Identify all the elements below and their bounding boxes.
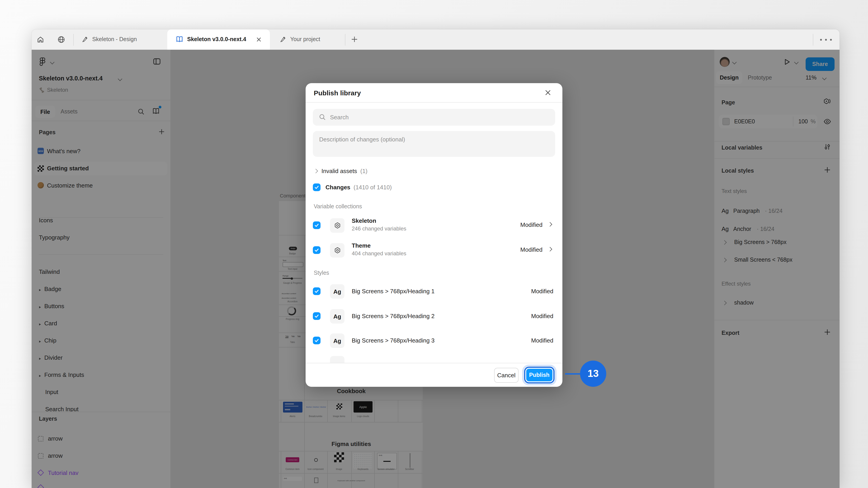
text-style-ag-icon: Ag (330, 309, 344, 324)
search-icon (319, 113, 326, 121)
editor-content: Skeleton v3.0.0-next.4 Skeleton File Ass… (32, 50, 839, 488)
style-row-heading3[interactable]: Ag Big Screens > 768px/Heading 3 Modifie… (313, 330, 555, 351)
collection-subtitle: 246 changed variables (352, 225, 406, 232)
style-name: Big Screens > 768px/Heading 2 (352, 313, 434, 320)
text-style-ag-icon: Ag (330, 333, 344, 348)
styles-header: Styles (314, 270, 329, 276)
tab-label: Skeleton v3.0.0-next.4 (187, 36, 246, 42)
changes-count: (1410 of 1410) (353, 184, 392, 191)
invalid-assets-count: (1) (360, 168, 368, 174)
chevron-right-icon (313, 169, 318, 173)
style-row-heading1[interactable]: Ag Big Screens > 768px/Heading 1 Modifie… (313, 281, 555, 302)
tab-skeleton-design[interactable]: Skeleton - Design (77, 29, 166, 50)
partial-style-row-icon (330, 356, 344, 363)
status-badge: Modified (531, 313, 553, 320)
annotation-connector-line (565, 373, 581, 375)
publish-button[interactable]: Publish (526, 369, 553, 381)
library-book-icon (176, 36, 184, 43)
cancel-label: Cancel (497, 372, 516, 379)
search-input[interactable] (329, 109, 551, 126)
style-name: Big Screens > 768px/Heading 3 (352, 337, 434, 344)
close-tab-icon[interactable] (256, 37, 262, 42)
checkbox-checked[interactable] (313, 312, 320, 320)
checkbox-checked[interactable] (313, 287, 320, 295)
new-tab-plus-icon[interactable] (351, 36, 358, 43)
chevron-right-icon[interactable] (548, 247, 552, 252)
tab-bar: Skeleton - Design Skeleton v3.0.0-next.4… (32, 29, 839, 50)
status-badge: Modified (520, 221, 542, 228)
app-window: Skeleton - Design Skeleton v3.0.0-next.4… (32, 29, 839, 488)
checkbox-checked[interactable] (313, 337, 320, 344)
divider (306, 102, 562, 103)
invalid-assets-toggle[interactable]: Invalid assets (1) (313, 167, 448, 175)
community-globe-icon[interactable] (57, 36, 65, 43)
publish-label: Publish (529, 372, 550, 378)
status-badge: Modified (531, 337, 553, 344)
chevron-right-icon[interactable] (548, 222, 552, 227)
draft-pen-icon (81, 36, 89, 43)
tab-separator (73, 34, 74, 46)
checkbox-checked[interactable] (313, 221, 320, 229)
collection-row-theme[interactable]: Theme 404 changed variables Modified (313, 240, 555, 261)
invalid-assets-label: Invalid assets (321, 168, 357, 174)
tab-separator (345, 34, 345, 46)
home-icon[interactable] (37, 36, 44, 43)
style-name: Big Screens > 768px/Heading 1 (352, 288, 434, 295)
draft-pen-icon (279, 36, 287, 43)
tab-your-project[interactable]: Your project (275, 29, 343, 50)
status-badge: Modified (531, 288, 553, 295)
annotation-step-badge: 13 (580, 361, 606, 387)
description-input[interactable] (313, 131, 555, 157)
checkbox-checked[interactable] (313, 184, 320, 191)
cancel-button[interactable]: Cancel (494, 368, 519, 383)
variable-collection-icon (330, 243, 344, 258)
collection-name: Theme (352, 242, 371, 249)
text-style-ag-icon: Ag (330, 284, 344, 299)
checkbox-checked[interactable] (313, 246, 320, 254)
tab-label: Your project (290, 36, 320, 42)
divider (306, 363, 562, 363)
variable-collections-header: Variable collections (314, 203, 362, 210)
search-field-wrap (313, 109, 555, 126)
changes-label: Changes (326, 184, 350, 191)
collection-subtitle: 404 changed variables (352, 250, 406, 257)
annotation-step-number: 13 (588, 368, 599, 380)
close-icon[interactable] (544, 89, 552, 96)
tab-separator (813, 34, 813, 46)
variable-collection-icon (330, 218, 344, 233)
changes-row[interactable]: Changes (1410 of 1410) (313, 183, 494, 192)
status-badge: Modified (520, 246, 542, 253)
style-row-heading2[interactable]: Ag Big Screens > 768px/Heading 2 Modifie… (313, 306, 555, 327)
collection-name: Skeleton (352, 217, 376, 224)
figma-app: Skeleton - Design Skeleton v3.0.0-next.4… (0, 0, 868, 488)
window-more-icon[interactable] (820, 38, 834, 41)
dialog-title: Publish library (314, 89, 361, 97)
publish-library-dialog: Publish library Invalid assets (1) (306, 83, 562, 387)
tab-label: Skeleton - Design (92, 36, 137, 42)
tab-active-library[interactable]: Skeleton v3.0.0-next.4 (167, 29, 270, 50)
collection-row-skeleton[interactable]: Skeleton 246 changed variables Modified (313, 215, 555, 236)
